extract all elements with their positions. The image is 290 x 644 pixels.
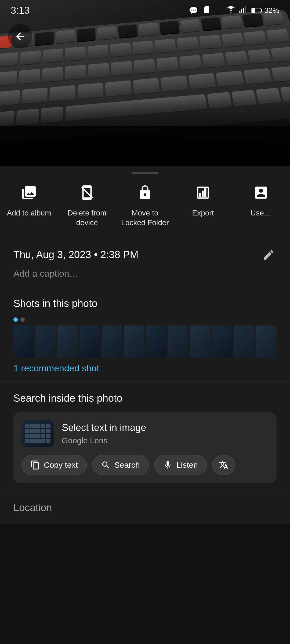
delete-from-device-button[interactable]: Delete from device [58,182,116,228]
shot-thumb-8[interactable] [168,325,188,358]
use-as-button[interactable]: Use… [232,182,290,228]
sheet-handle [0,166,290,177]
search-section: Search inside this photo Select [0,382,290,491]
search-icon [101,460,111,470]
sim-icon [202,5,211,16]
search-button[interactable]: Search [92,455,149,475]
transfer-icon [214,6,223,15]
card-subtitle: Google Lens [62,436,146,445]
shot-thumb-2[interactable] [35,325,56,358]
card-info: Select text in image Google Lens [62,422,146,445]
svg-rect-2 [243,8,244,13]
copy-text-label: Copy text [44,460,78,470]
status-bar: 3:13 💬 32% [0,0,290,19]
export-label: Export [192,208,214,218]
add-to-album-button[interactable]: Add to album [0,182,58,228]
translate-button[interactable] [212,455,235,475]
copy-text-button[interactable]: Copy text [21,455,87,475]
listen-label: Listen [176,460,198,470]
svg-rect-1 [241,9,242,13]
wifi-icon [227,6,235,15]
shots-strip-container [13,317,277,358]
actions-row: Add to album Delete from device Move to … [0,177,290,236]
shot-thumb-1[interactable] [13,325,34,358]
whatsapp-icon: 💬 [189,6,198,15]
shot-thumb-7[interactable] [146,325,166,358]
delete-from-device-icon [76,182,98,203]
dot-1 [13,317,18,322]
card-header: Select text in image Google Lens [21,420,269,447]
move-to-locked-button[interactable]: Move to Locked Folder [116,182,174,228]
photo-info-section: Thu, Aug 3, 2023 • 2:38 PM Add a caption… [0,236,290,287]
use-as-label: Use… [251,208,271,218]
shots-strip[interactable] [13,325,277,358]
caption-placeholder[interactable]: Add a caption… [13,268,277,279]
shot-thumb-9[interactable] [190,325,210,358]
add-to-album-icon [18,182,40,203]
shot-thumb-4[interactable] [80,325,100,358]
photo-date: Thu, Aug 3, 2023 • 2:38 PM [13,249,138,261]
card-thumbnail [21,420,54,447]
add-to-album-label: Add to album [7,208,51,218]
shot-thumb-5[interactable] [102,325,122,358]
google-lens-card: Select text in image Google Lens Copy te… [13,412,277,483]
move-to-locked-label: Move to Locked Folder [121,208,169,228]
shot-thumb-10[interactable] [212,325,233,358]
shot-thumb-12[interactable] [256,325,277,358]
signal-icon [239,6,248,15]
listen-icon [163,460,173,470]
photo-area [0,0,290,166]
status-time: 3:13 [11,5,30,16]
listen-button[interactable]: Listen [154,455,207,475]
shot-thumb-6[interactable] [124,325,144,358]
recommended-shot-text: 1 recommended shot [13,363,277,374]
use-as-icon [250,182,272,203]
shot-thumb-11[interactable] [234,325,255,358]
shot-thumb-3[interactable] [57,325,78,358]
shots-title: Shots in this photo [13,298,277,309]
handle-bar [132,172,158,174]
edit-caption-button[interactable] [260,247,277,263]
dot-2 [20,317,25,322]
search-action-buttons: Copy text Search Listen [21,455,269,475]
info-row: Thu, Aug 3, 2023 • 2:38 PM [13,247,277,263]
svg-rect-0 [239,11,240,13]
copy-icon [30,460,40,470]
status-icons: 💬 32% [189,5,279,16]
shots-dots [13,317,277,322]
export-icon [192,182,214,203]
location-label: Location [13,502,52,513]
photo-background [0,0,290,166]
location-section: Location [0,491,290,524]
delete-from-device-label: Delete from device [63,208,111,228]
battery-icon: 32% [251,6,279,15]
translate-icon [219,460,229,470]
search-label: Search [114,460,140,470]
back-button[interactable] [8,24,32,48]
bottom-sheet: Add to album Delete from device Move to … [0,166,290,524]
battery-percent: 32% [264,6,279,15]
search-section-title: Search inside this photo [13,393,277,404]
shots-section: Shots in this photo 1 recommen [0,287,290,382]
export-button[interactable]: Export [174,182,232,228]
svg-rect-5 [252,9,255,13]
svg-rect-3 [245,6,246,13]
move-to-locked-icon [134,182,156,203]
card-title: Select text in image [62,422,146,433]
